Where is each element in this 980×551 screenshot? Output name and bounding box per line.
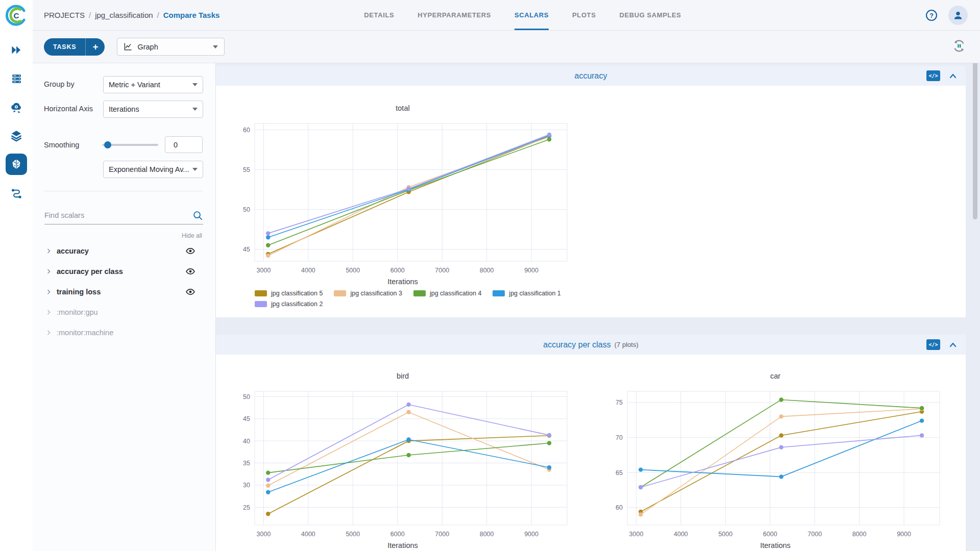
breadcrumb-projects[interactable]: PROJECTS xyxy=(44,11,85,19)
legend-item[interactable]: jpg classification 1 xyxy=(493,290,560,297)
scalars-settings-panel: Group by Metric + Variant Horizontal Axi… xyxy=(33,63,216,551)
line-chart-bird[interactable]: 3000400050006000700080009000253035404550 xyxy=(229,387,576,540)
legend-label: jpg classification 5 xyxy=(271,290,323,297)
visibility-eye-icon[interactable] xyxy=(186,288,195,297)
add-task-button[interactable]: + xyxy=(85,38,105,56)
view-mode-value: Graph xyxy=(137,43,158,51)
servers-icon xyxy=(10,72,23,85)
svg-text:9000: 9000 xyxy=(897,531,911,538)
user-avatar[interactable] xyxy=(948,6,968,25)
metric-row-training-loss[interactable]: training loss xyxy=(33,282,215,302)
smoothing-type-select[interactable]: Exponential Moving Av... xyxy=(103,161,203,178)
svg-text:60: 60 xyxy=(243,127,250,134)
sidebar-item-projects-active[interactable] xyxy=(0,150,33,179)
tab-scalars[interactable]: SCALARS xyxy=(514,0,549,30)
legend-item[interactable]: jpg classification 2 xyxy=(255,300,323,308)
chevron-right-icon[interactable] xyxy=(46,309,52,315)
scalars-content: accuracy </> total 300040005000600070008… xyxy=(216,63,980,551)
section-divider xyxy=(44,191,203,191)
active-item-background xyxy=(6,154,27,175)
legend-swatch xyxy=(255,301,267,307)
plots-count-note: (7 plots) xyxy=(615,341,639,348)
collapse-panel-icon[interactable] xyxy=(948,341,958,349)
svg-text:5000: 5000 xyxy=(718,531,732,538)
tab-details[interactable]: DETAILS xyxy=(364,0,394,30)
group-by-value: Metric + Variant xyxy=(109,81,160,89)
svg-text:45: 45 xyxy=(243,246,250,253)
svg-text:5000: 5000 xyxy=(346,531,360,538)
line-chart-total[interactable]: 300040005000600070008000900045505560 xyxy=(229,119,576,277)
metric-row-monitor-machine[interactable]: :monitor:machine xyxy=(33,322,215,343)
svg-text:50: 50 xyxy=(243,393,250,400)
smoothing-type-value: Exponential Moving Av... xyxy=(109,165,189,173)
search-icon[interactable] xyxy=(192,210,203,222)
svg-text:6000: 6000 xyxy=(390,531,405,538)
app-rail: C xyxy=(0,0,33,551)
auto-refresh-icon xyxy=(951,38,967,54)
svg-text:C: C xyxy=(14,11,19,20)
visibility-eye-icon[interactable] xyxy=(186,247,195,256)
chevron-right-icon[interactable] xyxy=(46,248,52,254)
hide-all-link[interactable]: Hide all xyxy=(182,232,202,239)
metric-row-accuracy[interactable]: accuracy xyxy=(33,241,215,261)
clearml-logo[interactable]: C xyxy=(5,4,28,27)
sidebar-item-pipelines[interactable] xyxy=(0,179,33,207)
tasks-button[interactable]: TASKS + xyxy=(44,38,105,56)
tab-hyperparameters[interactable]: HYPERPARAMETERS xyxy=(418,0,491,30)
collapse-panel-icon[interactable] xyxy=(948,72,958,80)
svg-text:4000: 4000 xyxy=(301,267,315,274)
x-axis-label: Iterations xyxy=(229,541,576,549)
line-chart-car[interactable]: 300040005000600070008000900060657075 xyxy=(602,387,949,540)
visibility-eye-icon[interactable] xyxy=(186,268,195,277)
embed-code-icon[interactable]: </> xyxy=(926,70,940,81)
x-axis-label: Iterations xyxy=(229,278,576,286)
panel-actions: </> xyxy=(926,335,958,355)
legend-item[interactable]: jpg classification 5 xyxy=(255,290,323,297)
person-icon xyxy=(952,9,964,21)
chevron-right-icon[interactable] xyxy=(46,289,52,295)
scalar-search xyxy=(44,208,203,224)
svg-text:6000: 6000 xyxy=(763,531,777,538)
svg-text:5000: 5000 xyxy=(346,267,360,274)
svg-text:8000: 8000 xyxy=(852,531,867,538)
layers-icon xyxy=(10,129,23,142)
scrollbar-thumb[interactable] xyxy=(973,55,977,219)
svg-text:?: ? xyxy=(929,11,934,19)
metric-row-monitor-gpu[interactable]: :monitor:gpu xyxy=(33,302,215,322)
help-icon[interactable]: ? xyxy=(925,9,938,22)
view-mode-dropdown[interactable]: Graph xyxy=(117,38,225,56)
tab-debug-samples[interactable]: DEBUG SAMPLES xyxy=(619,0,681,30)
legend-item[interactable]: jpg classification 3 xyxy=(334,290,402,297)
chart-title: total xyxy=(229,104,576,112)
panel-actions: </> xyxy=(926,66,958,86)
svg-text:7000: 7000 xyxy=(807,531,822,538)
legend-label: jpg classification 2 xyxy=(271,300,323,308)
svg-text:9000: 9000 xyxy=(524,267,538,274)
chevron-down-icon xyxy=(192,168,198,171)
smoothing-slider-handle[interactable] xyxy=(104,141,111,148)
chart-title: car xyxy=(602,372,949,380)
metric-row-accuracy-per-class[interactable]: accuracy per class xyxy=(33,261,215,282)
legend-item[interactable]: jpg classification 4 xyxy=(413,290,481,297)
smoothing-slider[interactable] xyxy=(102,144,158,146)
embed-code-icon[interactable]: </> xyxy=(926,339,940,350)
search-input[interactable] xyxy=(44,208,187,223)
topbar-actions: ? xyxy=(925,6,968,25)
sidebar-item-workers[interactable] xyxy=(0,93,33,121)
sidebar-item-dashboard[interactable] xyxy=(0,36,33,64)
smoothing-value-input[interactable] xyxy=(165,136,203,153)
auto-refresh-button[interactable] xyxy=(951,38,967,56)
breadcrumb-project[interactable]: jpg_classification xyxy=(95,11,153,19)
sidebar-item-datasets[interactable] xyxy=(0,121,33,150)
horizontal-axis-select[interactable]: Iterations xyxy=(103,101,203,118)
group-by-select[interactable]: Metric + Variant xyxy=(103,76,203,93)
chevron-right-icon[interactable] xyxy=(46,268,52,274)
legend-label: jpg classification 3 xyxy=(350,290,402,297)
panel-title: accuracy xyxy=(574,71,607,81)
cloud-gear-icon xyxy=(10,101,23,114)
legend-swatch xyxy=(255,290,267,296)
tab-plots[interactable]: PLOTS xyxy=(572,0,596,30)
svg-text:50: 50 xyxy=(243,206,250,213)
sidebar-item-queues[interactable] xyxy=(0,64,33,93)
chevron-right-icon[interactable] xyxy=(46,330,52,336)
